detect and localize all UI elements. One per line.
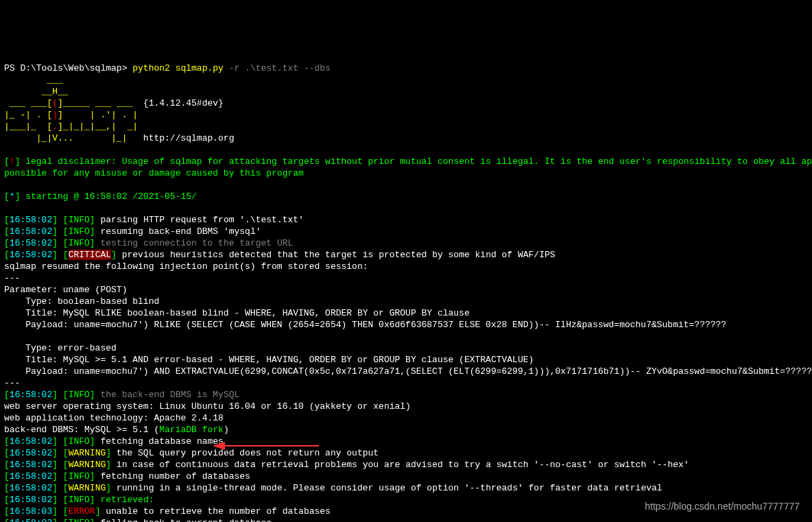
timestamp: 16:58:03 [10,518,52,522]
log-line: falling back to current database [95,518,272,522]
bracket: [ [4,156,10,167]
log-line: in case of continuous data retrieval pro… [111,460,689,470]
timestamp: 16:58:02 [10,390,52,400]
timestamp: 16:58:02 [10,250,52,260]
os-line: web server operating system: Linux Ubunt… [4,401,411,412]
type-line: Type: error-based [4,343,117,353]
log-line: sqlmap resumed the following injection p… [4,261,368,272]
timestamp: 16:58:02 [10,495,52,505]
ascii-art: __H__ [4,86,69,97]
timestamp: 16:58:02 [10,238,52,248]
db-line: ) [224,425,229,435]
db-line: back-end DBMS: MySQL >= 5.1 ( [4,425,159,435]
ascii-art: ( [52,98,58,108]
log-line: resuming back-end DBMS 'mysql' [95,226,261,237]
ascii-art: ) [52,110,58,120]
timestamp: 16:58:02 [10,460,52,470]
info-tag: INFO [69,390,90,400]
ascii-art: |_|V... |_| [4,133,143,143]
info-tag: INFO [69,518,90,522]
timestamp: 16:58:02 [10,226,52,237]
ascii-art: |_ -| . [ [4,110,52,120]
info-tag: INFO [69,215,90,225]
info-tag: INFO [69,226,90,237]
warning-tag: WARNING [69,460,106,470]
ascii-art: ] | .'| . | [58,110,138,120]
log-line: --- [4,273,20,283]
terminal-output: PS D:\Tools\Web\sqlmap> python2 sqlmap.p… [4,51,808,522]
payload-line: Payload: uname=mochu7') AND EXTRACTVALUE… [4,366,812,377]
db-fork: MariaDB fork [159,425,224,435]
log-line: fetching number of databases [95,471,250,482]
ascii-art: ___ ___[ [4,98,52,108]
start-line: ] starting @ 16:58:02 /2021-05-15/ [15,191,197,202]
log-line: the back-end DBMS is MySQL [95,390,240,400]
tech-line: web application technology: Apache 2.4.1… [4,413,224,423]
watermark: https://blog.csdn.net/mochu7777777 [645,501,800,512]
log-line: --- [4,378,20,388]
arg: -r .\test.txt [229,63,304,73]
timestamp: 16:58:02 [10,471,52,482]
error-tag: ERROR [69,506,95,517]
critical-tag: CRITICAL [69,250,111,260]
info-tag: INFO [69,471,90,482]
ascii-art: ]_|_|_|__,| _| [58,121,138,132]
ascii-art: ___ [4,75,63,85]
log-line: retrieved: [95,495,154,505]
bang-icon: ! [10,156,15,167]
info-tag: INFO [69,436,90,447]
log-line: testing connection to the target URL [95,238,294,248]
param-line: Parameter: uname (POST) [4,285,127,295]
timestamp: 16:58:02 [10,436,52,447]
timestamp: 16:58:02 [10,215,52,225]
disclaimer: ponsible for any misuse or damage caused… [4,168,304,178]
log-line: previous heuristics detected that the ta… [117,250,556,260]
ps-prompt: PS D:\Tools\Web\sqlmap> [4,63,132,73]
warning-tag: WARNING [69,483,106,493]
log-line: unable to retrieve the number of databas… [100,506,330,517]
arg: --dbs [304,63,331,73]
url: http://sqlmap.org [143,133,235,143]
timestamp: 16:58:02 [10,448,52,458]
timestamp: 16:58:03 [10,506,52,517]
version-tag: {1.4.12.45#dev} [143,98,224,108]
log-line: parsing HTTP request from '.\test.txt' [95,215,304,225]
info-tag: INFO [69,495,90,505]
disclaimer: ] legal disclaimer: Usage of sqlmap for … [15,156,812,167]
cmd: python2 sqlmap.py [132,63,228,73]
ascii-art: . [52,121,58,132]
payload-line: Payload: uname=mochu7') RLIKE (SELECT (C… [4,320,726,330]
warning-tag: WARNING [69,448,106,458]
star-icon: * [10,191,15,202]
ascii-art: ]_____ ___ ___ [58,98,143,108]
timestamp: 16:58:02 [10,483,52,493]
log-line: fetching database names [95,436,224,447]
info-tag: INFO [69,238,90,248]
title-line: Title: MySQL RLIKE boolean-based blind -… [4,308,470,318]
log-line: running in a single-thread mode. Please … [111,483,662,493]
log-line: the SQL query provided does not return a… [111,448,379,458]
ascii-art: |___|_ [ [4,121,52,132]
bracket: [ [4,191,10,202]
title-line: Title: MySQL >= 5.1 AND error-based - WH… [4,355,534,365]
type-line: Type: boolean-based blind [4,296,159,307]
